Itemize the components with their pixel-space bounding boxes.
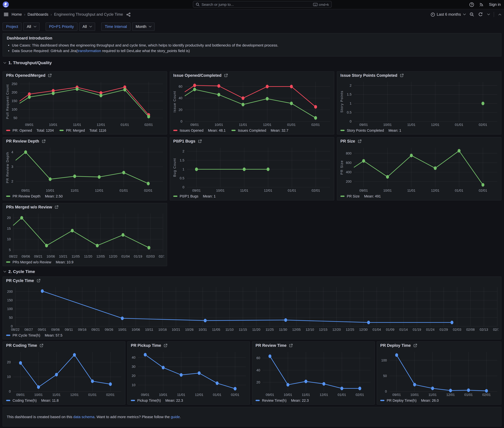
- external-link-icon[interactable]: [289, 344, 293, 347]
- section-throughput-quality[interactable]: 1. Throughput/Quality: [3, 60, 52, 65]
- devlake-logo[interactable]: [3, 1, 9, 8]
- svg-text:150: 150: [12, 99, 17, 103]
- external-link-icon[interactable]: [358, 139, 362, 143]
- external-link-icon[interactable]: [55, 205, 59, 209]
- legend-item[interactable]: Issues OpenedMean: 48.1: [173, 129, 226, 132]
- svg-text:40: 40: [132, 355, 135, 359]
- svg-text:11/01: 11/01: [239, 123, 247, 127]
- legend-item[interactable]: Pickup Time(h)Mean: 22.3: [131, 398, 183, 402]
- rss-icon[interactable]: [479, 2, 484, 7]
- zoom-out-icon[interactable]: [470, 12, 474, 17]
- panel-title[interactable]: PR Pickup Time: [131, 343, 161, 348]
- legend-item[interactable]: PR SizeMean: 491: [341, 194, 381, 198]
- svg-text:11/01: 11/01: [52, 393, 60, 397]
- svg-text:50: 50: [383, 374, 387, 378]
- svg-text:10/01: 10/01: [46, 189, 54, 192]
- panel-title[interactable]: PR Cycle Time: [6, 279, 34, 283]
- panel-p0p1-bugs: P0/P1 Bugs 09/0110/0111/0112/0101/0102/0…: [170, 137, 334, 200]
- collapse-chevron-up-icon[interactable]: [498, 14, 501, 16]
- legend-item[interactable]: Coding Time(h)Mean: 11.8: [6, 398, 59, 402]
- filter-priority-value[interactable]: All: [79, 23, 95, 31]
- chevron-down-icon: [89, 25, 92, 27]
- external-link-icon[interactable]: [40, 344, 43, 347]
- section-cycle-time[interactable]: 2. Cycle Time: [3, 269, 35, 274]
- panel-title[interactable]: Issue Story Points Completed: [341, 73, 397, 78]
- panel-title[interactable]: P0/P1 Bugs: [173, 139, 195, 144]
- external-link-icon[interactable]: [198, 139, 202, 143]
- chart-legend: PR SizeMean: 491: [341, 193, 499, 199]
- legend-series-name: PR Cycle Time(h): [12, 333, 40, 337]
- svg-text:0: 0: [350, 119, 351, 123]
- svg-text:11/20: 11/20: [84, 255, 92, 258]
- svg-text:1: 1: [182, 167, 184, 171]
- external-link-icon[interactable]: [164, 344, 168, 347]
- svg-text:11/20: 11/20: [252, 328, 260, 331]
- breadcrumb-dashboards[interactable]: Dashboards: [27, 12, 48, 17]
- legend-series-color: [6, 130, 10, 131]
- sign-in-button[interactable]: Sign in: [489, 2, 501, 7]
- external-link-icon[interactable]: [400, 74, 404, 77]
- filter-interval-value[interactable]: Month: [132, 23, 155, 31]
- svg-text:10/01: 10/01: [118, 328, 127, 331]
- legend-item[interactable]: Issues CompletedMean: 32.7: [231, 129, 289, 132]
- svg-text:11/01: 11/01: [407, 189, 415, 192]
- panel-title[interactable]: PR Coding Time: [6, 343, 37, 348]
- intro-bullet-1: • Use Cases: This dashboard shows the en…: [12, 43, 278, 47]
- svg-text:10/06: 10/06: [46, 255, 55, 258]
- chart-pr-deploy-time: 09/0110/0111/0112/0101/0102/01050100: [380, 349, 499, 397]
- share-icon[interactable]: [126, 12, 130, 16]
- panel-title[interactable]: PR Size: [341, 139, 355, 144]
- chart-legend: Story Points CompletedMean: 1: [341, 127, 499, 133]
- legend-series-name: PR Size: [347, 194, 359, 198]
- panel-title[interactable]: PR Review Depth: [6, 139, 39, 144]
- data-schema-link[interactable]: data schema: [73, 415, 94, 419]
- legend-series-stat: Mean: 491: [364, 194, 381, 198]
- legend-item[interactable]: PR Cycle Time(h)Mean: 57.5: [6, 333, 62, 337]
- svg-text:150: 150: [7, 298, 13, 302]
- svg-text:11/01: 11/01: [70, 189, 79, 192]
- chart-pr-review-time: 09/0110/0111/0112/0101/0102/01204060: [255, 349, 372, 397]
- legend-series-name: Review Time(h): [262, 398, 287, 402]
- chart-issue-story-points: 09/0110/0111/0112/0101/0102/0100.511.52S…: [340, 79, 498, 127]
- svg-text:08/22: 08/22: [9, 255, 17, 258]
- svg-text:02/01: 02/01: [479, 123, 487, 127]
- legend-item[interactable]: PR: OpenedTotal: 1204: [6, 129, 54, 132]
- help-icon[interactable]: [470, 2, 474, 7]
- menu-icon[interactable]: [4, 13, 8, 16]
- svg-text:11/01: 11/01: [407, 123, 415, 127]
- svg-text:20: 20: [132, 374, 135, 378]
- panel-title[interactable]: PRs Opened/Merged: [6, 73, 45, 78]
- panel-title[interactable]: Issue Opened/Completed: [173, 73, 221, 78]
- external-link-icon[interactable]: [224, 74, 228, 77]
- guide-link[interactable]: guide: [171, 415, 180, 419]
- legend-item[interactable]: PRs Merged w/o ReviewMean: 10.9: [6, 260, 73, 264]
- legend-item[interactable]: P0/P1 BugsMean: 1: [173, 194, 215, 198]
- svg-text:09/01: 09/01: [266, 393, 274, 397]
- filter-project-value[interactable]: All: [23, 23, 39, 31]
- panel-title[interactable]: PR Deploy Time: [380, 343, 411, 348]
- refresh-interval-chevron-icon[interactable]: [487, 12, 490, 15]
- panel-title[interactable]: PR Review Time: [256, 343, 287, 348]
- svg-text:01/29: 01/29: [440, 328, 448, 331]
- legend-series-stat: Mean: 22.3: [291, 398, 309, 402]
- svg-text:12/01: 12/01: [446, 393, 455, 397]
- svg-text:09/01: 09/01: [25, 123, 34, 127]
- external-link-icon[interactable]: [37, 279, 40, 283]
- svg-text:12/25: 12/25: [346, 328, 354, 331]
- transformation-link[interactable]: transformation: [77, 49, 101, 53]
- breadcrumb-home[interactable]: Home: [12, 12, 22, 17]
- time-range-picker[interactable]: Last 6 months: [431, 12, 465, 17]
- svg-text:09/01: 09/01: [141, 393, 149, 397]
- svg-text:01/01: 01/01: [213, 393, 221, 397]
- refresh-icon[interactable]: [478, 12, 483, 17]
- legend-item[interactable]: Story Points CompletedMean: 1: [341, 129, 401, 132]
- legend-item[interactable]: Review Time(h)Mean: 22.3: [256, 398, 309, 402]
- legend-item[interactable]: PR Deploy Time(h)Mean: 26.0: [380, 398, 439, 402]
- search-input[interactable]: Search or jump to... cmd+k: [193, 1, 332, 8]
- external-link-icon[interactable]: [413, 344, 417, 347]
- legend-item[interactable]: PR: MergedTotal: 1116: [60, 129, 106, 132]
- panel-title[interactable]: PRs Merged w/o Review: [6, 205, 52, 209]
- external-link-icon[interactable]: [42, 139, 46, 143]
- legend-item[interactable]: PR Review DepthMean: 2.50: [6, 194, 63, 198]
- external-link-icon[interactable]: [48, 74, 52, 77]
